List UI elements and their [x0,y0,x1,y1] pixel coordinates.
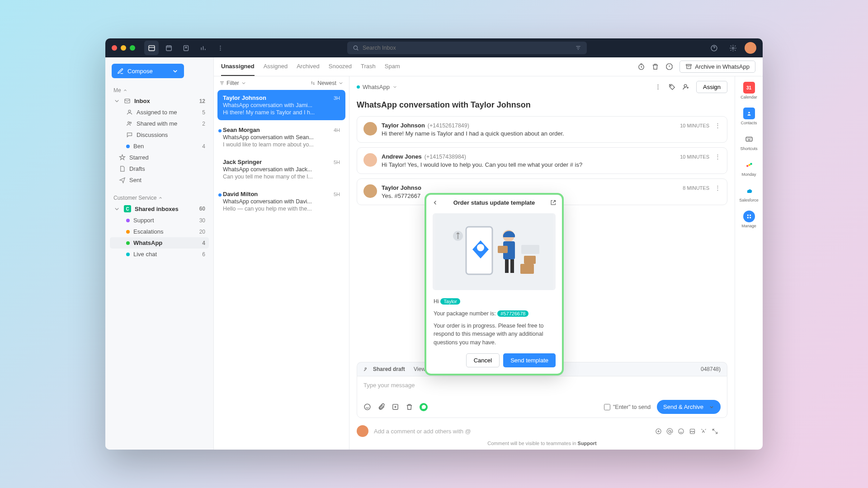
conversation-detail: WhatsApp Assign WhatsApp conversation wi… [349,76,735,450]
gif-icon[interactable] [700,428,707,435]
conv-item[interactable]: David Milton5H WhatsApp conversation wit… [217,186,345,216]
conv-item[interactable]: Sean Morgan4H WhatsApp conversation with… [217,122,345,152]
sidebar-assigned[interactable]: Assigned to me5 [110,107,209,118]
contacts-nav-icon[interactable] [179,41,193,55]
tab-snoozed[interactable]: Snoozed [329,57,352,76]
cancel-button[interactable]: Cancel [466,353,500,367]
svg-point-5 [220,47,221,48]
sidebar-shared-inboxes[interactable]: CShared inboxes60 [110,203,209,215]
spam-icon[interactable] [665,63,673,70]
attach-icon[interactable] [377,403,385,411]
sidebar-whatsapp[interactable]: WhatsApp4 [110,237,209,249]
delete-icon[interactable] [651,63,659,70]
rsb-contacts[interactable]: Contacts [741,108,757,125]
svg-point-16 [657,84,658,85]
inbox-nav-icon[interactable] [144,41,159,55]
tab-trash[interactable]: Trash [361,57,376,76]
svg-point-3 [185,47,187,48]
image-icon[interactable] [689,428,696,435]
cs-section-header[interactable]: Customer Service [110,193,209,203]
svg-point-17 [657,86,658,87]
add-user-icon[interactable] [682,83,690,91]
sidebar-drafts[interactable]: Drafts [110,163,209,174]
tag-icon[interactable] [668,83,676,91]
sidebar-discussions[interactable]: Discussions [110,129,209,141]
calendar-nav-icon[interactable] [161,41,176,55]
emoji-icon[interactable] [363,403,371,411]
send-template-button[interactable]: Send template [503,353,556,367]
plus-icon[interactable] [655,428,662,435]
inbox-icon [124,98,131,104]
rsb-manage[interactable]: Manage [741,211,756,228]
svg-point-4 [220,46,221,47]
sidebar-support[interactable]: Support30 [110,215,209,226]
sidebar-ben[interactable]: Ben4 [110,141,209,152]
rsb-salesforce[interactable]: Salesforce [739,185,759,202]
star-icon [119,154,126,161]
svg-point-43 [748,164,750,166]
filter-icon[interactable] [575,45,581,51]
svg-rect-1 [166,46,171,51]
emoji-icon[interactable] [678,428,684,435]
titlebar [105,38,763,57]
tab-assigned[interactable]: Assigned [264,57,288,76]
more-icon[interactable] [654,83,662,91]
channel-filter[interactable]: WhatsApp [357,84,397,90]
archive-button[interactable]: Archive in WhatsApp [679,61,755,73]
conv-item[interactable]: Taylor Johnson3H WhatsApp conversation w… [217,90,345,120]
conv-item[interactable]: Jack Springer5H WhatsApp conversation wi… [217,154,345,184]
msg-menu-icon[interactable]: ⋮ [715,153,721,160]
more-icon[interactable] [213,41,227,55]
snooze-icon[interactable] [637,63,645,70]
svg-point-13 [130,122,131,123]
search-input[interactable] [347,42,587,54]
chat-icon [126,131,133,138]
assign-button[interactable]: Assign [696,81,727,93]
tab-unassigned[interactable]: Unassigned [221,57,255,76]
sidebar-shared[interactable]: Shared with me2 [110,118,209,129]
svg-rect-45 [747,215,748,216]
svg-point-11 [128,110,131,113]
sidebar-inbox[interactable]: Inbox12 [110,95,209,107]
back-icon[interactable] [432,199,439,206]
rsb-monday[interactable]: Monday [741,159,756,177]
mention-icon[interactable] [666,428,673,435]
send-archive-button[interactable]: Send & Archive [657,400,721,414]
svg-rect-37 [524,256,536,264]
analytics-nav-icon[interactable] [196,41,210,55]
compose-button[interactable]: Compose [112,64,184,78]
svg-rect-38 [521,245,539,254]
svg-point-7 [354,46,357,49]
me-section-header[interactable]: Me [110,85,209,95]
insert-icon[interactable] [392,403,399,411]
enter-to-send[interactable]: "Enter" to send [604,404,651,410]
settings-icon[interactable] [726,41,740,55]
sidebar-starred[interactable]: Starred [110,152,209,163]
sidebar-livechat[interactable]: Live chat6 [110,249,209,260]
sidebar-sent[interactable]: Sent [110,174,209,186]
sidebar-escalations[interactable]: Escalations20 [110,226,209,237]
msg-menu-icon[interactable]: ⋮ [715,122,721,129]
svg-point-44 [750,163,752,165]
whatsapp-icon[interactable] [420,403,428,411]
tab-archived[interactable]: Archived [297,57,320,76]
delete-icon[interactable] [406,403,413,411]
comment-input[interactable]: Add a comment or add others with @ [374,428,650,435]
compose-input[interactable]: Type your message [357,376,727,396]
message: Taylor Johnson(+14152617849)10 MINUTES⋮H… [357,116,727,143]
user-avatar[interactable] [745,42,756,54]
expand-icon[interactable] [712,428,718,435]
help-icon[interactable] [707,41,721,55]
sort-dropdown[interactable]: Newest [310,80,344,86]
window-controls[interactable] [112,45,135,51]
msg-menu-icon[interactable]: ⋮ [715,184,721,191]
svg-point-21 [365,367,366,369]
right-sidebar: 31Calendar Contacts Shortcuts Monday Sal… [735,76,763,450]
archive-icon [685,63,692,70]
svg-point-25 [669,430,671,432]
external-link-icon[interactable] [550,199,557,206]
rsb-shortcuts[interactable]: Shortcuts [740,133,757,151]
rsb-calendar[interactable]: 31Calendar [741,82,757,99]
filter-dropdown[interactable]: Filter [219,80,246,86]
tab-spam[interactable]: Spam [385,57,400,76]
